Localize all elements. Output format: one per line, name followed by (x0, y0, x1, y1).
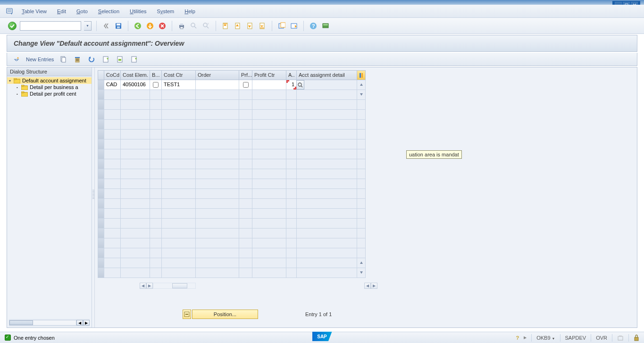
table-row-empty[interactable] (98, 179, 377, 189)
scroll-up-icon[interactable] (357, 80, 366, 90)
position-button[interactable]: Position... (192, 310, 258, 319)
cell-costelem[interactable]: 40500106 (121, 80, 150, 90)
customize-layout-icon[interactable] (321, 21, 330, 31)
copy-as-icon[interactable] (59, 55, 68, 64)
hscroll-right2-icon[interactable]: ▶ (371, 283, 377, 289)
table-row-empty[interactable] (98, 238, 377, 248)
nav-arrow-icon[interactable]: ▶ (524, 335, 527, 340)
menu-goto[interactable]: Goto (76, 8, 88, 14)
cell-costctr[interactable]: TEST1 (162, 80, 196, 90)
menu-table-view[interactable]: Table View (22, 8, 47, 14)
table-row[interactable]: CAD 40500106 TEST1 1 (98, 80, 377, 90)
hscroll-thumb[interactable] (172, 283, 187, 288)
command-dropdown[interactable]: ▼ (84, 21, 92, 31)
next-page-icon[interactable] (245, 21, 255, 31)
position-icon[interactable] (183, 310, 191, 319)
col-b[interactable]: B... (150, 70, 162, 80)
col-selector[interactable] (98, 70, 104, 80)
col-a[interactable]: A.. (286, 70, 297, 80)
table-row-empty[interactable] (98, 248, 377, 258)
deselect-all-icon[interactable] (129, 55, 139, 64)
cell-b-checkbox[interactable] (150, 80, 162, 90)
help-indicator-icon[interactable]: ? (516, 335, 519, 341)
col-costctr[interactable]: Cost Ctr (162, 70, 196, 80)
find-next-icon[interactable]: + (201, 21, 211, 31)
table-row-empty[interactable] (98, 229, 377, 238)
expand-icon[interactable] (12, 55, 21, 64)
select-block-icon[interactable] (115, 55, 125, 64)
menu-edit[interactable]: Edit (57, 8, 66, 14)
table-row-empty[interactable] (98, 90, 377, 100)
scroll-down2-icon[interactable] (357, 268, 366, 278)
table-row-empty[interactable] (98, 219, 377, 229)
hscroll-left2-icon[interactable]: ◀ (364, 283, 371, 289)
print-icon[interactable] (177, 21, 186, 31)
system-menu-icon[interactable] (6, 8, 13, 15)
last-page-icon[interactable] (258, 21, 267, 31)
new-entries-button[interactable]: New Entries (26, 57, 54, 62)
table-row-empty[interactable] (98, 159, 377, 169)
col-prf[interactable]: Prf... (239, 70, 252, 80)
hscroll-left-icon[interactable]: ◀ (140, 283, 146, 289)
enter-button[interactable] (8, 21, 17, 31)
generate-shortcut-icon[interactable] (289, 21, 299, 31)
table-row-empty[interactable] (98, 139, 377, 149)
lock-icon[interactable] (634, 335, 639, 341)
menu-utilities[interactable]: Utilities (130, 8, 146, 14)
exit-icon[interactable] (145, 21, 155, 31)
find-icon[interactable] (189, 21, 199, 31)
hscroll-right-icon[interactable]: ▶ (146, 283, 153, 289)
prev-page-icon[interactable] (233, 21, 243, 31)
tree-node-business-area[interactable]: • Detail per business a (7, 84, 92, 90)
scroll-down-icon[interactable] (357, 90, 366, 100)
empty-cell (121, 209, 150, 219)
cell-cocd[interactable]: CAD (104, 80, 121, 90)
table-row-empty[interactable] (98, 268, 377, 278)
create-session-icon[interactable] (277, 21, 286, 31)
cell-prf-checkbox[interactable] (239, 80, 252, 90)
menu-system[interactable]: System (157, 8, 175, 14)
menu-help[interactable]: Help (184, 8, 195, 14)
save-icon[interactable] (114, 21, 123, 31)
table-row-empty[interactable] (98, 149, 377, 159)
configure-columns-icon[interactable] (357, 70, 366, 80)
undo-icon[interactable] (87, 55, 96, 64)
grid-hscroll[interactable]: ◀ ▶ ◀ ▶ (98, 282, 377, 289)
help-icon[interactable]: ? (309, 21, 318, 31)
col-costelem[interactable]: Cost Elem. (121, 70, 150, 80)
scroll-up2-icon[interactable] (357, 258, 366, 268)
grid-vscroll[interactable] (377, 70, 384, 282)
table-row-empty[interactable] (98, 209, 377, 219)
delete-icon[interactable] (73, 55, 82, 64)
table-row-empty[interactable] (98, 199, 377, 209)
table-row-empty[interactable] (98, 110, 377, 120)
select-all-icon[interactable] (101, 55, 110, 64)
table-row-empty[interactable] (98, 189, 377, 199)
back-icon[interactable] (133, 21, 142, 31)
col-order[interactable]: Order (196, 70, 239, 80)
first-page-icon[interactable] (221, 21, 230, 31)
tree-node-default-account[interactable]: ▾ Default account assignment (7, 77, 92, 84)
table-row-empty[interactable] (98, 130, 377, 139)
table-row-empty[interactable] (98, 258, 377, 268)
table-row-empty[interactable] (98, 169, 377, 179)
table-row-empty[interactable] (98, 100, 377, 110)
tcode-label[interactable]: OKB9 ▼ (536, 335, 555, 341)
row-selector[interactable] (98, 80, 104, 90)
cell-profitctr[interactable] (252, 80, 286, 90)
col-cocd[interactable]: CoCd (104, 70, 121, 80)
menu-selection[interactable]: Selection (98, 8, 119, 14)
collapse-icon[interactable]: ▾ (9, 79, 14, 83)
cancel-icon[interactable] (158, 21, 167, 31)
changeable-icon[interactable] (617, 335, 624, 341)
col-profitctr[interactable]: Profit Ctr (252, 70, 286, 80)
table-row-empty[interactable] (98, 120, 377, 130)
cell-order[interactable] (196, 80, 239, 90)
tree-node-profit-center[interactable]: • Detail per profit cent (7, 90, 92, 97)
f4-help-icon[interactable] (296, 80, 304, 90)
tree-hscroll[interactable]: ◀ ▶ (9, 319, 90, 327)
cell-a-active[interactable]: 1 (286, 80, 297, 90)
back-chevron-icon[interactable] (101, 21, 111, 31)
col-detail[interactable]: Acct assignmt detail (297, 70, 357, 80)
command-field[interactable] (20, 21, 81, 31)
